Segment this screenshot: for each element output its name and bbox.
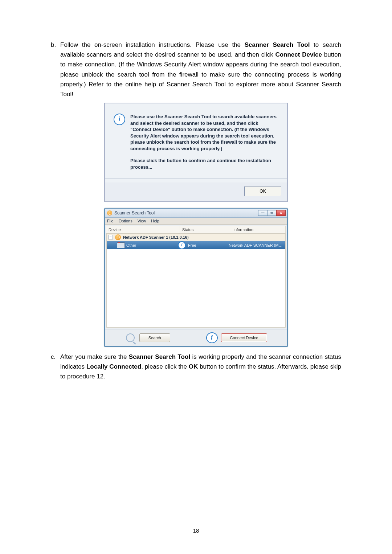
bold-text: Locally Connected [86, 363, 141, 370]
list-item-b: b. Follow the on-screen installation ins… [51, 40, 341, 99]
column-device[interactable]: Device [106, 226, 180, 233]
scanner-icon [117, 242, 125, 248]
maximize-button[interactable]: ▭ [267, 210, 277, 216]
dialog-message-line1: Please use the Scanner Search Tool to se… [130, 114, 278, 152]
refresh-icon [115, 234, 121, 240]
info-dialog-screenshot: Please use the Scanner Search Tool to se… [104, 103, 288, 202]
window-controls: — ▭ x [258, 210, 286, 216]
search-button[interactable]: Search [139, 333, 170, 342]
dialog-message: Please use the Scanner Search Tool to se… [130, 114, 278, 170]
app-icon [107, 210, 112, 216]
device-row[interactable]: Other Free Network ADF SCANNER (MAC: 0:1… [107, 241, 285, 249]
bold-text: Scanner Search Tool [245, 41, 310, 48]
list-marker: c. [51, 352, 60, 382]
device-group-label: Network ADF Scanner 1 (10.1.0.16) [123, 235, 189, 239]
device-group-row[interactable]: − Network ADF Scanner 1 (10.1.0.16) [107, 234, 285, 241]
device-list[interactable]: − Network ADF Scanner 1 (10.1.0.16) Othe… [106, 234, 286, 328]
menu-file[interactable]: File [107, 219, 114, 223]
info-icon [114, 114, 125, 125]
text: button to make connection. (If the Windo… [60, 51, 341, 98]
titlebar: Scanner Search Tool — ▭ x [105, 209, 287, 218]
ok-button-label: OK [260, 189, 266, 194]
text: Follow the on-screen installation instru… [60, 41, 245, 48]
list-header: Device Status Information [106, 226, 286, 234]
column-status[interactable]: Status [180, 226, 231, 233]
info-dialog: Please use the Scanner Search Tool to se… [104, 103, 288, 202]
list-marker: b. [51, 40, 60, 99]
menubar: File Options View Help [105, 218, 287, 225]
bold-text: Connect Device [275, 51, 322, 58]
page-number: 18 [0, 528, 392, 534]
close-button[interactable]: x [276, 210, 286, 216]
scanner-search-tool-screenshot: Scanner Search Tool — ▭ x File Options V… [104, 208, 288, 347]
device-status: Free [188, 243, 196, 247]
bold-text: Scanner Search Tool [129, 353, 190, 360]
text: , please click the [141, 363, 189, 370]
info-icon [207, 332, 217, 343]
dialog-button-bar: OK [105, 182, 287, 201]
expand-icon[interactable]: − [108, 235, 113, 239]
menu-options[interactable]: Options [119, 219, 132, 223]
bottom-toolbar: Search Connect Device [105, 329, 287, 346]
window-title: Scanner Search Tool [114, 210, 155, 216]
device-name: Other [126, 243, 136, 247]
dialog-message-line2: Please click the button to confirm and c… [130, 157, 278, 170]
list-item-c: c. After you make sure the Scanner Searc… [51, 352, 341, 382]
menu-view[interactable]: View [138, 219, 146, 223]
list-body: Follow the on-screen installation instru… [60, 40, 341, 99]
text: After you make sure the [60, 353, 129, 360]
minimize-button[interactable]: — [258, 210, 268, 216]
info-icon [178, 241, 186, 249]
menu-help[interactable]: Help [151, 219, 159, 223]
bold-text: OK [189, 363, 198, 370]
search-button-label: Search [148, 336, 161, 340]
ok-button[interactable]: OK [244, 186, 281, 196]
connect-device-button-label: Connect Device [230, 336, 258, 340]
scanner-search-tool-window: Scanner Search Tool — ▭ x File Options V… [104, 208, 288, 347]
device-info: Network ADF SCANNER (MAC: 0:15:6e:50:0.) [226, 243, 285, 247]
list-body: After you make sure the Scanner Search T… [60, 352, 341, 382]
connect-device-button[interactable]: Connect Device [221, 333, 268, 342]
column-info[interactable]: Information [231, 226, 286, 233]
search-icon [125, 332, 136, 343]
dialog-divider [105, 178, 287, 179]
